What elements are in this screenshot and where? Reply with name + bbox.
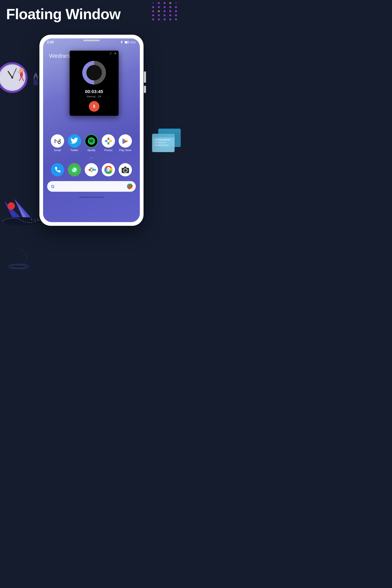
- dot: [175, 10, 177, 12]
- dot: [169, 10, 171, 12]
- search-bar-wrapper: G: [43, 178, 140, 195]
- page-title: Floating Window: [6, 6, 120, 22]
- status-icons: 62%: [120, 41, 136, 44]
- wifi-icon: [120, 41, 124, 44]
- svg-point-62: [91, 169, 92, 171]
- svg-rect-29: [152, 134, 174, 138]
- search-bar[interactable]: G: [47, 181, 136, 192]
- app-chrome[interactable]: [102, 163, 115, 176]
- app-twitter[interactable]: Twitter: [68, 134, 81, 152]
- dot: [175, 6, 177, 8]
- chrome-icon: [102, 163, 115, 176]
- mountains-illustration: [0, 189, 43, 230]
- battery-percent: 62%: [130, 41, 136, 44]
- close-button[interactable]: ✕: [114, 52, 116, 55]
- svg-point-5: [11, 76, 13, 78]
- svg-rect-30: [158, 128, 181, 132]
- phone-volume-button: [144, 72, 146, 83]
- app-row-2: [43, 162, 140, 178]
- svg-rect-31: [154, 139, 170, 140]
- dot: [152, 2, 154, 4]
- dot: [175, 18, 177, 20]
- phone-wrapper: 2:29 62%: [40, 35, 144, 226]
- battery-icon: [125, 41, 129, 44]
- svg-rect-8: [20, 72, 23, 76]
- timer-display: 00:03:45: [85, 89, 103, 94]
- app-photos[interactable]: Photos: [102, 134, 115, 152]
- svg-point-24: [10, 265, 26, 268]
- dot: [175, 2, 177, 4]
- timer-interval: Interval : 1/4: [87, 95, 102, 98]
- phone-body: 2:29 62%: [40, 35, 144, 226]
- dot: [158, 6, 160, 8]
- app-slack[interactable]: [85, 163, 98, 176]
- dot-grid-decoration: [152, 2, 179, 20]
- dot: [169, 14, 171, 16]
- dot: [158, 2, 160, 4]
- page-dot-up: ︿: [90, 155, 93, 160]
- app-row-1: Email Twitter: [43, 133, 140, 153]
- dot: [169, 6, 171, 8]
- svg-text:G: G: [51, 184, 54, 189]
- pagination-dots: ︿: [43, 153, 140, 162]
- dot: [152, 6, 154, 8]
- app-playstore-label: Play Store: [119, 149, 132, 152]
- app-photos-label: Photos: [104, 149, 112, 152]
- slack-icon: [85, 163, 98, 176]
- pause-button[interactable]: ⏸: [89, 101, 100, 112]
- svg-marker-23: [37, 218, 39, 220]
- svg-rect-32: [154, 142, 166, 143]
- messages-icon: [68, 163, 81, 176]
- phone-icon: [51, 163, 64, 176]
- app-phone[interactable]: [51, 163, 64, 176]
- phone-speaker: [83, 40, 100, 41]
- dot: [164, 2, 166, 4]
- home-indicator: [79, 197, 104, 198]
- dot: [152, 18, 154, 20]
- svg-rect-57: [94, 169, 96, 171]
- svg-point-7: [19, 68, 24, 73]
- svg-point-70: [124, 170, 126, 171]
- expand-button[interactable]: ⤢: [109, 52, 112, 55]
- svg-rect-33: [154, 144, 168, 146]
- dot: [164, 10, 166, 12]
- svg-rect-36: [125, 42, 128, 43]
- dot: [158, 18, 160, 20]
- flame-decoration: [32, 72, 40, 86]
- app-twitter-label: Twitter: [70, 149, 78, 152]
- app-messages[interactable]: [68, 163, 81, 176]
- photos-icon: [102, 134, 115, 148]
- svg-marker-16: [18, 205, 26, 217]
- status-bar: 2:29 62%: [43, 38, 140, 45]
- svg-point-12: [33, 80, 38, 86]
- svg-point-17: [8, 202, 15, 210]
- google-g-icon: G: [50, 183, 57, 190]
- svg-point-38: [86, 65, 102, 80]
- spotify-icon: [85, 134, 98, 148]
- app-spotify-label: Spotify: [88, 149, 96, 152]
- app-camera[interactable]: [118, 163, 132, 176]
- dot: [164, 14, 166, 16]
- svg-point-44: [88, 138, 95, 145]
- dot: [152, 14, 154, 16]
- logo-decoration: [6, 245, 30, 270]
- floating-window-titlebar: ⤢ ✕: [70, 51, 118, 56]
- app-playstore[interactable]: Play Store: [118, 134, 132, 152]
- dot: [164, 18, 166, 20]
- twitter-icon: [68, 134, 81, 148]
- floating-timer-window[interactable]: ⤢ ✕: [70, 51, 118, 116]
- svg-rect-56: [93, 168, 94, 169]
- app-email[interactable]: Email: [51, 134, 64, 152]
- svg-point-71: [127, 168, 128, 169]
- dot: [158, 10, 160, 12]
- dot: [164, 6, 166, 8]
- camera-icon: [118, 163, 132, 176]
- svg-point-50: [107, 140, 110, 142]
- timer-content: 00:03:45 Interval : 1/4 ⏸: [70, 56, 118, 116]
- google-mic-icon[interactable]: [127, 184, 133, 189]
- svg-rect-35: [128, 42, 129, 43]
- svg-point-66: [108, 169, 110, 171]
- app-spotify[interactable]: Spotify: [85, 134, 98, 152]
- status-time: 2:29: [47, 40, 54, 44]
- apps-area: Email Twitter: [43, 133, 140, 198]
